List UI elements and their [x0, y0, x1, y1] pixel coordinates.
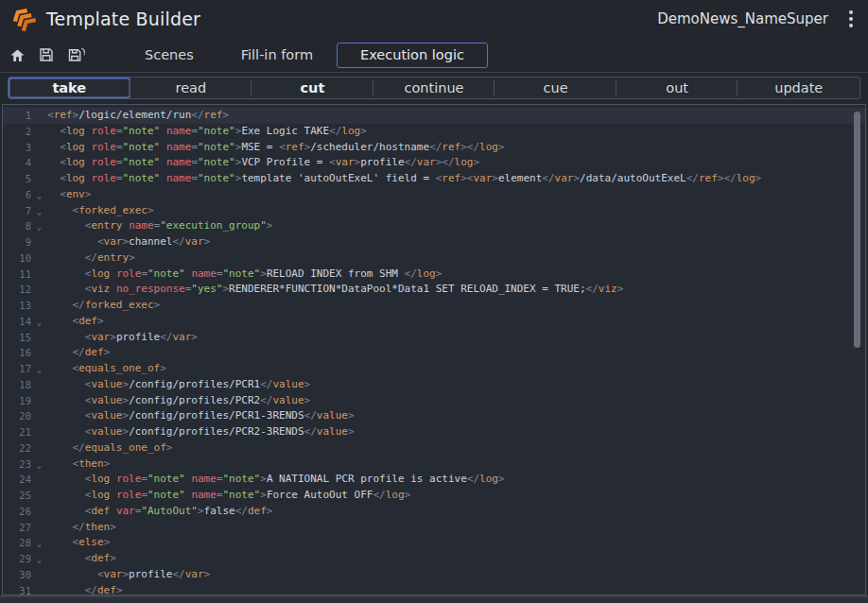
tab-scenes[interactable]: Scenes: [121, 43, 217, 68]
code-text: <viz no_response="yes">RENDERER*FUNCTION…: [47, 282, 865, 298]
fold-chevron-icon[interactable]: ⌄: [31, 315, 47, 331]
code-text: <log role="note" name="note">Exe Logic T…: [47, 124, 865, 140]
line-number: 21: [3, 424, 31, 440]
line-number: 23: [3, 457, 31, 473]
code-text: <var>profile</var>: [47, 567, 865, 583]
line-number: 9: [3, 234, 31, 250]
app-title: Template Builder: [46, 9, 200, 29]
logic-tab-update[interactable]: update: [738, 78, 859, 98]
editor-scrollbar-thumb[interactable]: [854, 112, 860, 348]
code-text: <log role="note" name="note">template 'a…: [47, 171, 865, 187]
tab-execution-logic[interactable]: Execution logic: [337, 43, 488, 68]
fold-chevron-icon[interactable]: ⌄: [31, 536, 47, 552]
code-text: <then>: [47, 457, 865, 473]
app-header: Template Builder DemoNews_NameSuper: [0, 0, 868, 38]
code-line[interactable]: 22 </equals_one_of>: [3, 440, 865, 457]
code-text: <ref>/logic/element/run</ref>: [47, 108, 865, 124]
logic-tab-cut[interactable]: cut: [252, 78, 373, 98]
code-line[interactable]: 10 </entry>: [3, 250, 865, 267]
code-text: <env>: [47, 187, 865, 203]
code-line[interactable]: 31 </def>: [3, 583, 865, 596]
line-number: 11: [3, 267, 31, 283]
fold-chevron-icon[interactable]: ⌄: [31, 188, 47, 204]
tab-fill-in-form[interactable]: Fill-in form: [217, 43, 337, 68]
logic-tab-take[interactable]: take: [9, 78, 130, 98]
project-name: DemoNews_NameSuper: [657, 10, 828, 27]
fold-gutter-empty: [31, 425, 47, 441]
code-line[interactable]: 14⌄ <def>: [3, 314, 865, 330]
logic-tab-continue[interactable]: continue: [373, 78, 495, 98]
code-line[interactable]: 26 <def var="AutoOut">false</def>: [3, 504, 865, 520]
code-editor[interactable]: 1<ref>/logic/element/run</ref>2 <log rol…: [2, 104, 866, 595]
code-line[interactable]: 16 </def>: [3, 345, 865, 361]
code-line[interactable]: 24 <log role="note" name="note">A NATION…: [3, 472, 865, 488]
line-number: 3: [3, 140, 31, 156]
fold-chevron-icon[interactable]: ⌄: [31, 457, 47, 474]
code-line[interactable]: 8⌄ <entry name="execution_group">: [3, 218, 865, 234]
code-line[interactable]: 13 </forked_exec>: [3, 298, 865, 314]
line-number: 8: [3, 218, 31, 234]
logic-tab-out[interactable]: out: [616, 78, 738, 98]
code-line[interactable]: 30 <var>profile</var>: [3, 567, 865, 583]
fold-gutter-empty: [31, 156, 47, 172]
code-line[interactable]: 7⌄ <forked_exec>: [3, 203, 865, 219]
fold-gutter-empty: [31, 251, 47, 267]
fold-gutter-empty: [31, 521, 47, 537]
code-line[interactable]: 3 <log role="note" name="note">MSE = <re…: [3, 140, 865, 156]
code-line[interactable]: 17⌄ <equals_one_of>: [3, 361, 865, 377]
logic-tab-cue[interactable]: cue: [495, 78, 616, 98]
code-line[interactable]: 11 <log role="note" name="note">RELOAD I…: [3, 267, 865, 283]
line-number: 16: [3, 345, 31, 361]
code-text: <entry name="execution_group">: [47, 218, 865, 234]
fold-chevron-icon[interactable]: ⌄: [31, 362, 47, 378]
code-text: </forked_exec>: [47, 298, 865, 314]
line-number: 26: [3, 504, 31, 520]
code-line[interactable]: 12 <viz no_response="yes">RENDERER*FUNCT…: [3, 282, 865, 298]
line-number: 25: [3, 488, 31, 504]
code-text: <else>: [47, 535, 865, 551]
code-line[interactable]: 25 <log role="note" name="note">Force Au…: [3, 488, 865, 504]
code-text: <def>: [47, 551, 865, 567]
save-all-button[interactable]: [65, 44, 88, 65]
code-line[interactable]: 23⌄ <then>: [3, 457, 865, 473]
code-line[interactable]: 18 <value>/config/profiles/PCR1</value>: [3, 377, 865, 393]
code-line[interactable]: 5 <log role="note" name="note">template …: [3, 171, 865, 187]
fold-chevron-icon[interactable]: ⌄: [31, 552, 47, 568]
fold-chevron-icon[interactable]: ⌄: [31, 204, 47, 220]
line-number: 31: [3, 583, 31, 596]
code-line[interactable]: 28⌄ <else>: [3, 535, 865, 551]
code-line[interactable]: 29⌄ <def>: [3, 551, 865, 567]
logic-tab-read[interactable]: read: [130, 78, 252, 98]
line-number: 22: [3, 440, 31, 457]
code-line[interactable]: 2 <log role="note" name="note">Exe Logic…: [3, 124, 865, 140]
code-line[interactable]: 15 <var>profile</var>: [3, 330, 865, 346]
fold-gutter-empty: [31, 125, 47, 141]
fold-chevron-icon[interactable]: ⌄: [31, 219, 47, 235]
line-number: 1: [3, 108, 31, 124]
save-all-icon: [67, 46, 86, 63]
code-text: <equals_one_of>: [47, 361, 865, 377]
code-text: <log role="note" name="note">MSE = <ref>…: [47, 140, 865, 156]
code-line[interactable]: 20 <value>/config/profiles/PCR1-3RENDS</…: [3, 408, 865, 424]
home-icon: [9, 47, 26, 63]
fold-gutter-empty: [31, 346, 47, 362]
code-line[interactable]: 9 <var>channel</var>: [3, 234, 865, 250]
line-number: 18: [3, 377, 31, 393]
code-line[interactable]: 27 </then>: [3, 520, 865, 536]
code-line[interactable]: 21 <value>/config/profiles/PCR2-3RENDS</…: [3, 424, 865, 440]
save-button[interactable]: [36, 44, 57, 65]
line-number: 10: [3, 250, 31, 267]
fold-gutter-empty: [31, 141, 47, 157]
fold-gutter-empty: [31, 489, 47, 505]
home-button[interactable]: [8, 45, 27, 65]
fold-gutter-empty: [31, 378, 47, 394]
code-text: <log role="note" name="note">Force AutoO…: [47, 488, 865, 504]
main-toolbar: Scenes Fill-in form Execution logic: [0, 38, 868, 73]
code-text: <var>profile</var>: [47, 330, 865, 346]
line-number: 13: [3, 298, 31, 314]
code-line[interactable]: 4 <log role="note" name="note">VCP Profi…: [3, 155, 865, 171]
code-line[interactable]: 6⌄ <env>: [3, 187, 865, 203]
code-line[interactable]: 1<ref>/logic/element/run</ref>: [3, 108, 865, 124]
kebab-menu-icon[interactable]: [843, 8, 859, 30]
code-line[interactable]: 19 <value>/config/profiles/PCR2</value>: [3, 393, 865, 409]
